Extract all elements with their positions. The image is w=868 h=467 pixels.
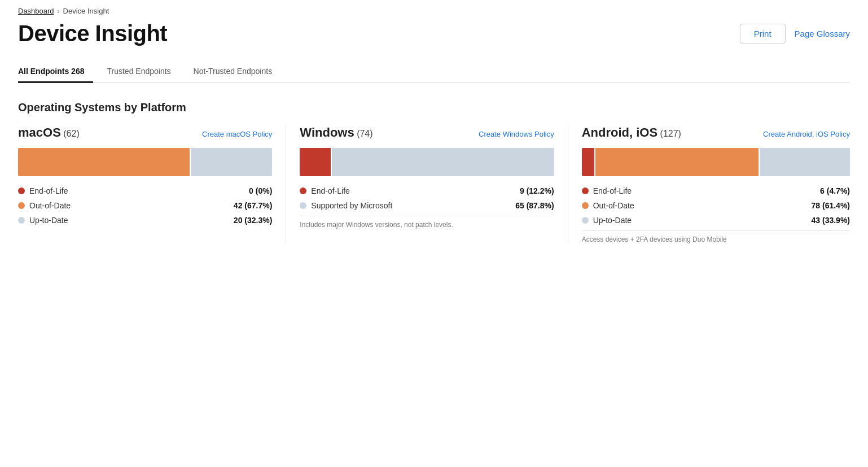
print-button[interactable]: Print xyxy=(740,24,786,43)
legend-left-1-0: End-of-Life xyxy=(300,186,349,195)
platform-col-0: macOS (62)Create macOS PolicyEnd-of-Life… xyxy=(18,125,286,243)
page-title: Device Insight xyxy=(18,21,167,46)
legend-dot-1-1 xyxy=(300,202,306,209)
legend-dot-0-1 xyxy=(18,202,25,209)
platform-count-0: (62) xyxy=(61,129,80,138)
breadcrumb-current: Device Insight xyxy=(63,7,109,15)
platform-bar-2 xyxy=(582,148,850,176)
platform-header-2: Android, iOS (127)Create Android, iOS Po… xyxy=(582,125,850,140)
platform-col-2: Android, iOS (127)Create Android, iOS Po… xyxy=(582,125,850,243)
legend-item-1-1: Supported by Microsoft65 (87.8%) xyxy=(300,201,554,210)
platform-count-1: (74) xyxy=(354,129,373,138)
bar-segment-2-1 xyxy=(595,148,759,176)
bar-segment-0-1 xyxy=(191,148,273,176)
platform-name-wrap-1: Windows (74) xyxy=(300,125,372,140)
platform-count-2: (127) xyxy=(657,129,681,138)
platform-footnote-2: Access devices + 2FA devices using Duo M… xyxy=(582,230,850,243)
legend-left-0-1: Out-of-Date xyxy=(18,201,71,210)
legend-dot-0-0 xyxy=(18,187,25,194)
legend-left-2-1: Out-of-Date xyxy=(582,201,634,210)
platforms-grid: macOS (62)Create macOS PolicyEnd-of-Life… xyxy=(18,125,850,243)
platform-policy-link-2[interactable]: Create Android, iOS Policy xyxy=(763,130,850,138)
section-title: Operating Systems by Platform xyxy=(18,101,850,114)
tab-0[interactable]: All Endpoints 268 xyxy=(18,62,93,83)
platform-legend-0: End-of-Life0 (0%)Out-of-Date42 (67.7%)Up… xyxy=(18,186,272,225)
legend-label-2-2: Up-to-Date xyxy=(593,216,632,225)
legend-dot-1-0 xyxy=(300,187,306,194)
tab-2[interactable]: Not-Trusted Endpoints xyxy=(194,62,282,83)
platform-col-1: Windows (74)Create Windows PolicyEnd-of-… xyxy=(300,125,568,243)
legend-label-0-2: Up-to-Date xyxy=(29,216,68,225)
page-header: Device Insight Print Page Glossary xyxy=(18,21,850,46)
legend-left-2-2: Up-to-Date xyxy=(582,216,632,225)
legend-dot-0-2 xyxy=(18,217,25,224)
platform-name-wrap-0: macOS (62) xyxy=(18,125,80,140)
legend-left-0-2: Up-to-Date xyxy=(18,216,68,225)
breadcrumb-separator: › xyxy=(58,7,60,15)
header-actions: Print Page Glossary xyxy=(740,24,850,43)
breadcrumb: Dashboard › Device Insight xyxy=(18,7,850,15)
platform-legend-2: End-of-Life6 (4.7%)Out-of-Date78 (61.4%)… xyxy=(582,186,850,225)
bar-segment-2-0 xyxy=(582,148,594,176)
legend-item-0-0: End-of-Life0 (0%) xyxy=(18,186,272,195)
tabs-bar: All Endpoints 268Trusted EndpointsNot-Tr… xyxy=(18,62,850,83)
legend-item-0-2: Up-to-Date20 (32.3%) xyxy=(18,216,272,225)
legend-item-2-2: Up-to-Date43 (33.9%) xyxy=(582,216,850,225)
legend-value-2-0: 6 (4.7%) xyxy=(820,186,850,195)
legend-left-2-0: End-of-Life xyxy=(582,186,632,195)
legend-value-0-2: 20 (32.3%) xyxy=(234,216,272,225)
platform-legend-1: End-of-Life9 (12.2%)Supported by Microso… xyxy=(300,186,554,210)
bar-segment-2-2 xyxy=(760,148,850,176)
platform-name-2: Android, iOS xyxy=(582,125,657,139)
legend-value-2-2: 43 (33.9%) xyxy=(812,216,850,225)
bar-segment-0-0 xyxy=(18,148,190,176)
glossary-button[interactable]: Page Glossary xyxy=(795,29,850,38)
platform-policy-link-0[interactable]: Create macOS Policy xyxy=(202,130,272,138)
platform-policy-link-1[interactable]: Create Windows Policy xyxy=(479,130,554,138)
platform-name-0: macOS xyxy=(18,125,61,139)
platform-bar-1 xyxy=(300,148,554,176)
platform-bar-0 xyxy=(18,148,272,176)
legend-label-2-1: Out-of-Date xyxy=(593,201,634,210)
legend-dot-2-0 xyxy=(582,187,589,194)
legend-value-0-1: 42 (67.7%) xyxy=(234,201,272,210)
legend-left-1-1: Supported by Microsoft xyxy=(300,201,392,210)
platform-name-1: Windows xyxy=(300,125,354,139)
breadcrumb-dashboard[interactable]: Dashboard xyxy=(18,7,54,15)
legend-label-2-0: End-of-Life xyxy=(593,186,632,195)
bar-segment-1-0 xyxy=(300,148,331,176)
legend-label-1-1: Supported by Microsoft xyxy=(311,201,392,210)
platform-header-1: Windows (74)Create Windows Policy xyxy=(300,125,554,140)
platform-header-0: macOS (62)Create macOS Policy xyxy=(18,125,272,140)
platform-name-wrap-2: Android, iOS (127) xyxy=(582,125,681,140)
platform-footnote-1: Includes major Windows versions, not pat… xyxy=(300,216,554,229)
legend-item-0-1: Out-of-Date42 (67.7%) xyxy=(18,201,272,210)
legend-item-1-0: End-of-Life9 (12.2%) xyxy=(300,186,554,195)
legend-value-2-1: 78 (61.4%) xyxy=(812,201,850,210)
legend-dot-2-1 xyxy=(582,202,589,209)
legend-label-0-1: Out-of-Date xyxy=(29,201,71,210)
legend-dot-2-2 xyxy=(582,217,589,224)
legend-value-1-1: 65 (87.8%) xyxy=(515,201,554,210)
bar-segment-1-1 xyxy=(332,148,554,176)
legend-value-1-0: 9 (12.2%) xyxy=(520,186,554,195)
legend-item-2-1: Out-of-Date78 (61.4%) xyxy=(582,201,850,210)
tab-1[interactable]: Trusted Endpoints xyxy=(107,62,179,83)
legend-left-0-0: End-of-Life xyxy=(18,186,68,195)
legend-item-2-0: End-of-Life6 (4.7%) xyxy=(582,186,850,195)
legend-label-0-0: End-of-Life xyxy=(29,186,68,195)
legend-value-0-0: 0 (0%) xyxy=(249,186,272,195)
legend-label-1-0: End-of-Life xyxy=(311,186,349,195)
